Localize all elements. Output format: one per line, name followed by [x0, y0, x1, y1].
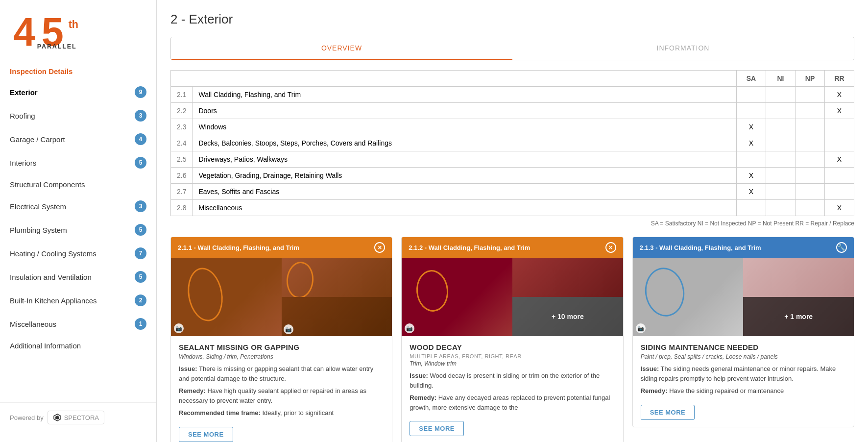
nav-item-insulation[interactable]: Insulation and Ventilation 5	[0, 265, 156, 289]
card-2-images[interactable]: 📷 + 10 more	[402, 258, 623, 336]
nav-item-hvac[interactable]: Heating / Cooling Systems 7	[0, 242, 156, 265]
row-rr	[825, 184, 854, 200]
tab-bar: OVERVIEW INFORMATION	[170, 37, 854, 60]
card-1-see-more[interactable]: SEE MORE	[179, 427, 233, 442]
overview-table: SA NI NP RR 2.1 Wall Cladding, Flashing,…	[170, 70, 854, 216]
row-rr	[825, 168, 854, 184]
nav-label-insulation: Insulation and Ventilation	[10, 273, 92, 281]
nav-label-kitchen: Built-In Kitchen Appliances	[10, 296, 97, 305]
row-ni	[766, 119, 796, 135]
card-1-header: 2.1.1 - Wall Cladding, Flashing, and Tri…	[171, 237, 392, 258]
badge-garage: 4	[135, 133, 146, 145]
nav-item-roofing[interactable]: Roofing 3	[0, 104, 156, 127]
nav-item-electrical[interactable]: Electrical System 3	[0, 195, 156, 218]
row-ni	[766, 103, 796, 119]
row-rr: X	[825, 151, 854, 168]
card-1-close-icon[interactable]: ×	[374, 242, 385, 253]
row-label: Windows	[193, 119, 737, 135]
table-row: 2.7 Eaves, Soffits and Fascias X	[171, 184, 854, 200]
badge-roofing: 3	[135, 110, 146, 122]
nav-label-hvac: Heating / Cooling Systems	[10, 249, 96, 258]
row-sa: X	[737, 119, 766, 135]
nav-item-misc[interactable]: Miscellaneous 1	[0, 312, 156, 336]
nav-item-plumbing[interactable]: Plumbing System 5	[0, 218, 156, 242]
row-sa: X	[737, 135, 766, 151]
nav-item-garage[interactable]: Garage / Carport 4	[0, 127, 156, 151]
card-3-images[interactable]: 📷 + 1 more	[633, 258, 854, 336]
badge-interiors: 5	[135, 157, 146, 169]
row-num: 2.2	[171, 103, 193, 119]
table-row: 2.1 Wall Cladding, Flashing, and Trim X	[171, 87, 854, 103]
row-num: 2.5	[171, 151, 193, 168]
card-3-see-more[interactable]: SEE MORE	[641, 405, 695, 420]
row-ni	[766, 135, 796, 151]
card-3-title: SIDING MAINTENANCE NEEDED	[641, 343, 846, 351]
row-np	[796, 168, 825, 184]
row-ni	[766, 168, 796, 184]
card-3-header: 2.1.3 - Wall Cladding, Flashing, and Tri…	[633, 237, 854, 258]
spectora-label: SPECTORA	[64, 414, 99, 421]
card-1-remedy: Remedy: Have high quality sealant applie…	[179, 386, 384, 405]
table-row: 2.3 Windows X	[171, 119, 854, 135]
cards-row: 2.1.1 - Wall Cladding, Flashing, and Tri…	[170, 237, 854, 442]
inspection-details-nav[interactable]: Inspection Details	[0, 60, 156, 80]
nav-label-structural: Structural Components	[10, 180, 85, 189]
badge-insulation: 5	[135, 271, 146, 283]
row-sa: X	[737, 184, 766, 200]
logo-area: 4 5 th PARALLEL	[0, 0, 156, 60]
row-num: 2.3	[171, 119, 193, 135]
nav-label-interiors: Interiors	[10, 159, 36, 167]
row-num: 2.8	[171, 200, 193, 216]
nav-item-structural[interactable]: Structural Components	[0, 174, 156, 195]
spectora-icon	[53, 413, 62, 422]
table-row: 2.6 Vegetation, Grading, Drainage, Retai…	[171, 168, 854, 184]
card-2-subtitle: Trim, Window trim	[410, 360, 615, 367]
row-ni	[766, 184, 796, 200]
badge-plumbing: 5	[135, 224, 146, 236]
row-np	[796, 103, 825, 119]
card-2-more-badge: + 10 more	[512, 297, 623, 336]
camera-icon-1: 📷	[174, 323, 184, 333]
logo: 4 5 th PARALLEL	[10, 9, 98, 53]
table-legend: SA = Satisfactory NI = Not Inspected NP …	[170, 220, 854, 227]
card-1-timeframe: Recommended time frame: Ideally, prior t…	[179, 408, 384, 418]
card-2-1-3: 2.1.3 - Wall Cladding, Flashing, and Tri…	[632, 237, 854, 427]
nav-label-garage: Garage / Carport	[10, 135, 65, 144]
badge-electrical: 3	[135, 200, 146, 212]
card-3-issue: Issue: The siding needs general maintena…	[641, 364, 846, 383]
nav-label-exterior: Exterior	[10, 88, 38, 97]
badge-misc: 1	[135, 318, 146, 330]
row-num: 2.1	[171, 87, 193, 103]
tab-information[interactable]: INFORMATION	[512, 37, 854, 60]
svg-text:4: 4	[13, 10, 35, 53]
card-3-body: SIDING MAINTENANCE NEEDED Paint / prep, …	[633, 336, 854, 427]
card-2-remedy: Remedy: Have any decayed areas replaced …	[410, 393, 615, 412]
nav-item-additional[interactable]: Additional Information	[0, 336, 156, 356]
card-2-close-icon[interactable]: ×	[605, 242, 616, 253]
sidebar: 4 5 th PARALLEL Inspection Details Exter…	[0, 0, 157, 442]
row-np	[796, 119, 825, 135]
card-2-see-more[interactable]: SEE MORE	[410, 421, 464, 436]
nav-label-misc: Miscellaneous	[10, 320, 56, 328]
badge-kitchen: 2	[135, 295, 146, 306]
card-2-1-1: 2.1.1 - Wall Cladding, Flashing, and Tri…	[170, 237, 392, 442]
card-1-images[interactable]: 📷 📷	[171, 258, 392, 336]
tab-overview[interactable]: OVERVIEW	[171, 37, 512, 60]
row-np	[796, 200, 825, 216]
card-1-title: SEALANT MISSING OR GAPPING	[179, 343, 384, 351]
row-ni	[766, 87, 796, 103]
svg-text:PARALLEL: PARALLEL	[37, 43, 77, 50]
camera-icon-2: 📷	[405, 323, 414, 333]
nav-item-exterior[interactable]: Exterior 9	[0, 80, 156, 104]
nav-label-plumbing: Plumbing System	[10, 226, 67, 234]
camera-icon-3: 📷	[636, 323, 646, 333]
nav-item-kitchen[interactable]: Built-In Kitchen Appliances 2	[0, 289, 156, 312]
table-row: 2.4 Decks, Balconies, Stoops, Steps, Por…	[171, 135, 854, 151]
row-ni	[766, 151, 796, 168]
card-2-issue: Issue: Wood decay is present in siding o…	[410, 371, 615, 390]
col-np: NP	[796, 71, 825, 87]
spectora-logo: SPECTORA	[48, 411, 104, 424]
card-3-tool-icon[interactable]: 🔧	[836, 242, 847, 253]
nav-item-interiors[interactable]: Interiors 5	[0, 151, 156, 174]
row-num: 2.6	[171, 168, 193, 184]
